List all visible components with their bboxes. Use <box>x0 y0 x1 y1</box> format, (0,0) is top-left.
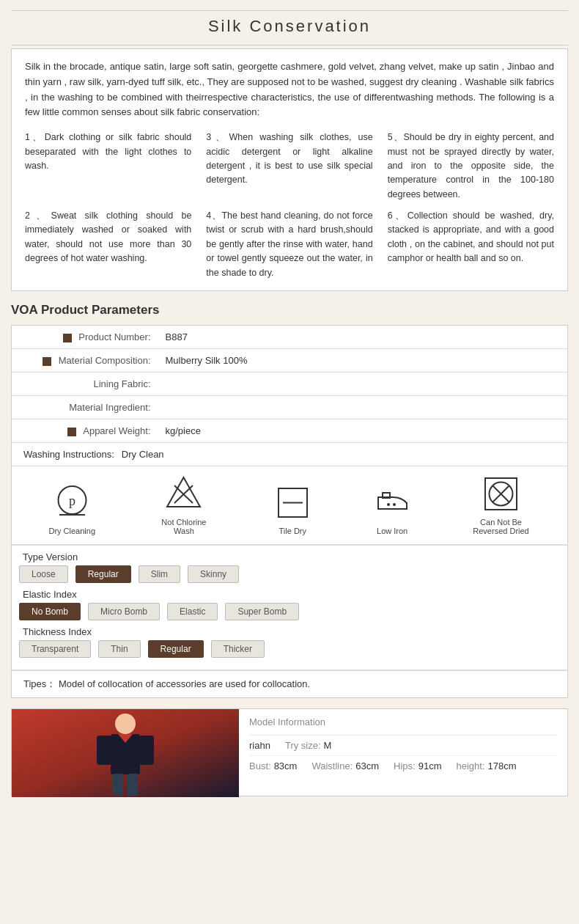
product-number-value: B887 <box>158 325 568 348</box>
dot-icon-1 <box>63 334 72 342</box>
elastic-superbomb-btn[interactable]: Super Bomb <box>225 603 299 620</box>
elastic-microbomb-btn[interactable]: Micro Bomb <box>88 603 160 620</box>
low-iron-label: Low Iron <box>377 527 407 535</box>
top-divider <box>11 10 568 11</box>
not-chlorine-icon <box>163 474 204 514</box>
model-figure-svg <box>12 709 239 797</box>
page-wrapper: Silk Conservation Silk in the brocade, a… <box>0 0 579 804</box>
conservation-grid: 1、Dark clothing or silk fabric should be… <box>25 131 554 280</box>
svg-marker-3 <box>167 477 200 507</box>
wash-icon-not-chlorine: Not Chlorine Wash <box>155 474 213 535</box>
type-regular-btn[interactable]: Regular <box>75 565 131 583</box>
ingredient-row: Material Ingredient: <box>12 395 568 419</box>
model-hips-item: Hips: 91cm <box>394 760 441 771</box>
model-info: Model Information riahn Try size: M Bust… <box>239 709 567 796</box>
product-number-row: Product Number: B887 <box>12 325 568 348</box>
svg-rect-20 <box>113 774 123 796</box>
model-bust-value: 83cm <box>274 760 298 771</box>
elastic-index-label: Elastic Index <box>19 589 92 600</box>
svg-point-10 <box>393 503 396 506</box>
material-label: Material Composition: <box>12 348 158 372</box>
model-trysize-label: Try size: <box>285 740 321 751</box>
elastic-nobomb-btn[interactable]: No Bomb <box>19 603 81 620</box>
thickness-regular-btn[interactable]: Regular <box>148 640 204 658</box>
model-trysize-value: M <box>324 740 332 751</box>
can-not-reversed-label: Can Not Be Reversed Dried <box>472 518 531 535</box>
conservation-item: 5、Should be dry in eighty percent, and m… <box>388 131 554 202</box>
washing-icons-row: p Dry Cleaning Not Chlorine Wash <box>12 466 568 544</box>
model-waist-item: Waistline: 63cm <box>311 760 379 771</box>
model-hips-value: 91cm <box>418 760 442 771</box>
model-image <box>12 709 239 797</box>
model-bust-label: Bust: <box>249 760 271 771</box>
main-title: Silk Conservation <box>11 17 568 36</box>
model-bust-item: Bust: 83cm <box>249 760 297 771</box>
type-version-buttons: Loose Regular Slim Skinny <box>19 565 560 583</box>
svg-text:p: p <box>69 494 75 508</box>
model-height-item: height: 178cm <box>457 760 517 771</box>
model-divider-2 <box>249 755 557 756</box>
lining-value <box>158 372 568 395</box>
low-iron-icon <box>372 483 413 523</box>
product-number-label: Product Number: <box>12 325 158 348</box>
ingredient-label: Material Ingredient: <box>12 395 158 419</box>
conservation-item: 1、Dark clothing or silk fabric should be… <box>25 131 191 202</box>
weight-value: kg/piece <box>158 419 568 442</box>
type-skinny-btn[interactable]: Skinny <box>188 565 239 583</box>
model-name: riahn <box>249 740 270 751</box>
tips-row: Tipes： Model of collocation of accessori… <box>12 670 568 697</box>
weight-label: Apparel Weight: <box>12 419 158 442</box>
conservation-intro: Silk in the brocade, antique satin, larg… <box>25 59 554 120</box>
tips-text: Tipes： Model of collocation of accessori… <box>12 670 567 697</box>
weight-row: Apparel Weight: kg/piece <box>12 419 568 442</box>
conservation-box: Silk in the brocade, antique satin, larg… <box>11 48 568 291</box>
thickness-thin-btn[interactable]: Thin <box>98 640 140 658</box>
model-divider-1 <box>249 735 557 736</box>
elastic-buttons: No Bomb Micro Bomb Elastic Super Bomb <box>19 603 560 620</box>
ingredient-value <box>158 395 568 419</box>
wash-icon-dry-cleaning: p Dry Cleaning <box>48 483 95 535</box>
thickness-thicker-btn[interactable]: Thicker <box>211 640 265 658</box>
svg-rect-18 <box>97 736 111 765</box>
model-info-title: Model Information <box>249 716 557 727</box>
type-version-label: Type Version <box>19 551 92 562</box>
conservation-item: 2、Sweat silk clothing should be immediat… <box>25 209 191 280</box>
type-slim-btn[interactable]: Slim <box>139 565 180 583</box>
type-loose-btn[interactable]: Loose <box>19 565 68 583</box>
variant-section: Type Version Loose Regular Slim Skinny E <box>12 545 567 670</box>
dry-cleaning-icon: p <box>52 483 92 523</box>
lining-row: Lining Fabric: <box>12 372 568 395</box>
bottom-divider <box>11 45 568 45</box>
wash-icon-low-iron: Low Iron <box>372 483 413 535</box>
dry-cleaning-label: Dry Cleaning <box>48 527 95 535</box>
washing-icons-container: p Dry Cleaning Not Chlorine Wash <box>12 466 567 544</box>
tile-dry-label: Tile Dry <box>279 527 306 535</box>
variant-row-outer: Type Version Loose Regular Slim Skinny E <box>12 544 568 670</box>
svg-point-9 <box>387 503 390 506</box>
elastic-label-row: Elastic Index <box>19 589 560 600</box>
model-height-label: height: <box>457 760 485 771</box>
wash-icon-tile-dry: Tile Dry <box>273 483 313 535</box>
svg-point-16 <box>115 714 136 734</box>
material-value: Mulberry Silk 100% <box>158 348 568 372</box>
washing-label-row: Washing Instructions: Dry Clean <box>12 442 568 466</box>
model-waist-label: Waistline: <box>311 760 353 771</box>
can-not-reversed-icon <box>481 474 521 514</box>
dot-icon-2 <box>43 357 51 366</box>
not-chlorine-label: Not Chlorine Wash <box>155 518 213 535</box>
elastic-elastic-btn[interactable]: Elastic <box>167 603 218 620</box>
model-hips-label: Hips: <box>394 760 416 771</box>
svg-rect-21 <box>128 774 138 796</box>
model-trysize-item: Try size: M <box>285 740 331 751</box>
model-measurements-row: Bust: 83cm Waistline: 63cm Hips: 91cm he… <box>249 760 557 771</box>
thickness-transparent-btn[interactable]: Transparent <box>19 640 91 658</box>
wash-icon-can-not-reversed: Can Not Be Reversed Dried <box>472 474 531 535</box>
thickness-index-label: Thickness Index <box>19 626 92 637</box>
conservation-item: 6、Collection should be washed, dry, stac… <box>388 209 554 280</box>
params-table: Product Number: B887 Material Compositio… <box>11 325 568 698</box>
model-name-item: riahn <box>249 740 270 751</box>
model-name-row: riahn Try size: M <box>249 740 557 751</box>
model-waist-value: 63cm <box>355 760 379 771</box>
tile-dry-icon <box>273 483 313 523</box>
lining-label: Lining Fabric: <box>12 372 158 395</box>
